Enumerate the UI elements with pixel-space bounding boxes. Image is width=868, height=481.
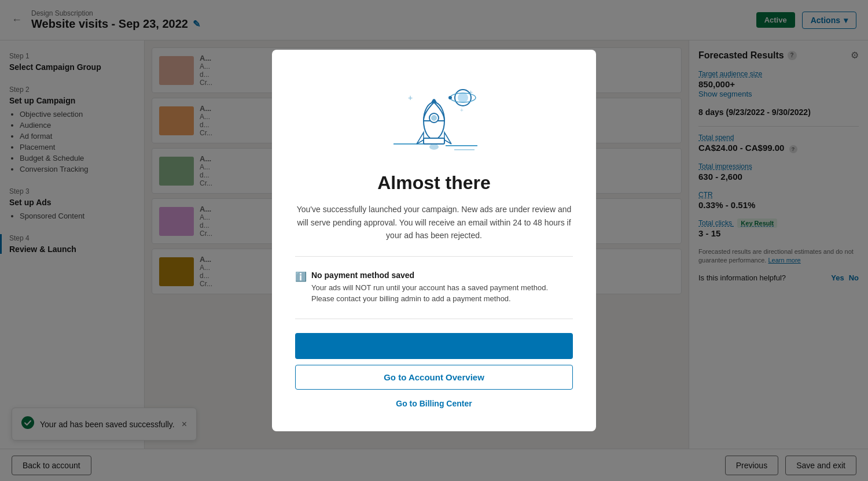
modal-divider-1 [295,256,573,257]
svg-rect-10 [424,138,444,144]
svg-point-15 [448,96,452,99]
svg-point-9 [431,115,437,121]
svg-text:+: + [460,107,464,113]
modal-overlay: + + + [0,0,868,481]
modal-divider-2 [295,319,573,319]
svg-point-13 [458,92,468,103]
go-to-account-overview-button[interactable]: Go to Account Overview [295,365,573,390]
go-to-billing-center-link[interactable]: Go to Billing Center [295,399,573,408]
modal-description: You've successfully launched your campai… [295,203,573,242]
modal-warning-text: Your ads will NOT run until your account… [311,282,573,305]
modal: + + + [272,50,596,431]
modal-warning-title: No payment method saved [311,271,573,280]
svg-text:+: + [408,93,413,102]
modal-primary-button[interactable] [295,333,573,359]
modal-illustration: + + + [295,77,573,158]
modal-title: Almost there [295,172,573,194]
modal-warning: ℹ️ No payment method saved Your ads will… [295,271,573,305]
warning-icon: ℹ️ [295,271,307,282]
svg-point-11 [429,144,439,150]
